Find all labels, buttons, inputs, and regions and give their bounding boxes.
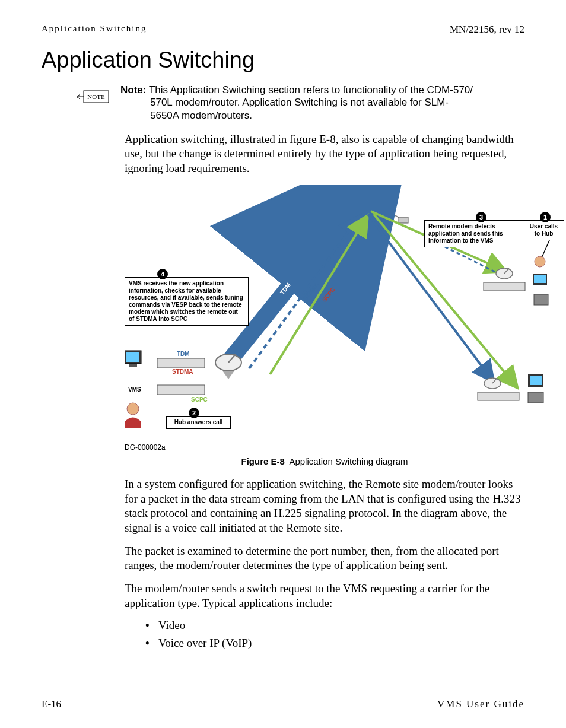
svg-line-13	[439, 244, 504, 276]
svg-rect-20	[129, 364, 137, 367]
diagram-badge-3: 3	[476, 212, 486, 222]
svg-point-21	[127, 403, 139, 415]
figure-block: TDM STDMA SCPC TDM STDMA SCPC VMS 1 2 3 …	[125, 185, 524, 440]
svg-rect-34	[528, 392, 543, 403]
svg-rect-19	[126, 352, 139, 362]
svg-rect-4	[316, 217, 325, 223]
diagram-label-vms: VMS	[128, 386, 141, 393]
svg-rect-5	[399, 217, 408, 223]
svg-rect-26	[534, 275, 546, 283]
bullet-list: Video Voice over IP (VoIP)	[145, 619, 524, 650]
diagram-badge-1: 1	[540, 212, 551, 222]
list-item: Video	[145, 619, 524, 632]
paragraph-2: In a system configured for application s…	[125, 477, 524, 536]
svg-point-1	[357, 191, 367, 208]
footer-left: E-16	[42, 698, 61, 710]
note-icon-text: NOTE	[87, 93, 105, 100]
paragraph-3: The packet is examined to determine the …	[125, 544, 524, 573]
header-left: Application Switching	[42, 24, 147, 36]
diagram-badge-2: 2	[189, 408, 199, 418]
figure-caption-text: Application Switching diagram	[289, 456, 408, 466]
footer-right: VMS User Guide	[437, 698, 524, 710]
note-line2: 570L modem/router. Application Switching…	[120, 96, 473, 109]
page-footer: E-16 VMS User Guide	[42, 698, 524, 710]
paragraph-4: The modem/router sends a switch request …	[125, 581, 524, 611]
note-text: Note: This Application Switching section…	[120, 84, 473, 122]
note-line3: 5650A modem/routers.	[120, 109, 473, 122]
diagram-label-scpc: SCPC	[191, 396, 208, 403]
svg-rect-28	[534, 294, 548, 305]
diagram-label-tdm: TDM	[177, 351, 190, 357]
figure-caption: Figure E-8 Application Switching diagram	[125, 456, 524, 466]
note-block: NOTE Note: This Application Switching se…	[74, 84, 524, 122]
svg-point-27	[535, 256, 545, 267]
svg-rect-31	[478, 392, 519, 400]
svg-rect-24	[484, 282, 525, 291]
svg-rect-16	[157, 358, 205, 368]
diagram-badge-4: 4	[157, 269, 168, 279]
header-right: MN/22156, rev 12	[450, 24, 524, 36]
list-item: Voice over IP (VoIP)	[145, 637, 524, 650]
note-line1: This Application Switching section refer…	[149, 84, 473, 96]
diagram-box-4: VMS receives the new application informa…	[125, 277, 249, 326]
diagram-box-3: Remote modem detects application and sen…	[424, 220, 524, 247]
page-title: Application Switching	[42, 47, 524, 73]
note-label: Note:	[120, 84, 146, 96]
diagram-id: DG-000002a	[125, 443, 524, 452]
page-header: Application Switching MN/22156, rev 12	[42, 24, 524, 36]
svg-rect-33	[530, 376, 542, 385]
diagram-box-2: Hub answers call	[166, 416, 231, 429]
diagram: TDM STDMA SCPC TDM STDMA SCPC VMS 1 2 3 …	[125, 185, 558, 440]
svg-rect-17	[157, 385, 205, 395]
diagram-box-1: User calls to Hub	[523, 220, 564, 240]
note-icon: NOTE	[74, 87, 110, 111]
svg-line-7	[249, 217, 359, 368]
diagram-label-stdma: STDMA	[172, 368, 193, 375]
figure-number: Figure E-8	[241, 456, 285, 466]
paragraph-1: Application switching, illustrated in fi…	[125, 132, 524, 176]
